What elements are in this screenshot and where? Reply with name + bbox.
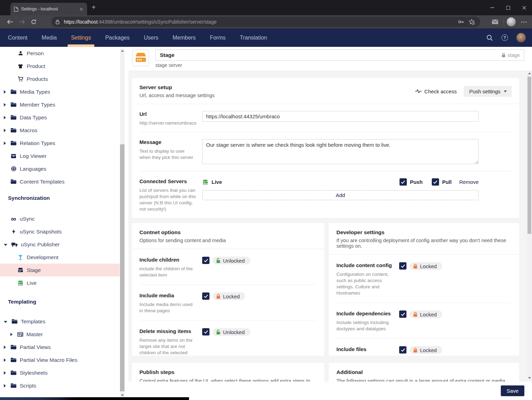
nav-item-users[interactable]: Users (144, 28, 158, 47)
browser-tab[interactable]: Settings - localhost (10, 3, 87, 15)
nav-item-members[interactable]: Members (172, 28, 196, 47)
tree-item-macros[interactable]: Macros (0, 124, 120, 137)
remove-server-link[interactable]: Remove (459, 179, 479, 185)
url-hint: http://server.name/umbraco (139, 120, 197, 126)
tree-item-development[interactable]: Development (0, 251, 120, 264)
mail-icon[interactable] (489, 17, 501, 27)
minimize-icon[interactable] (484, 0, 500, 15)
add-server-button[interactable]: Add (202, 190, 479, 200)
url-input[interactable] (202, 111, 479, 122)
tree-item-data-types[interactable]: Data Types (0, 111, 120, 124)
tree-item-usync-snapshots[interactable]: uSync Snapshots (0, 225, 120, 238)
content-scrollbar-thumb[interactable] (527, 77, 531, 234)
nav-item-packages[interactable]: Packages (105, 28, 129, 47)
tree-item-log-viewer[interactable]: Log Viewer (0, 150, 120, 162)
scroll-down-icon[interactable] (527, 376, 532, 380)
caret-right-icon[interactable] (4, 103, 6, 107)
help-icon[interactable]: ? (501, 34, 508, 41)
include-content-config-row: Include content config Configuration on … (336, 255, 512, 303)
scroll-up-icon[interactable] (527, 71, 532, 75)
caret-down-icon[interactable] (4, 321, 7, 323)
new-tab-button[interactable]: + (90, 4, 97, 11)
caret-right-icon[interactable] (4, 90, 6, 94)
tree-item-stage[interactable]: Stage (0, 264, 120, 276)
tree-item-relation-types[interactable]: Relation Types (0, 137, 120, 150)
tree-item-usync[interactable]: ∞ uSync (0, 212, 120, 225)
forward-icon[interactable] (16, 17, 28, 27)
server-name-input[interactable]: Stage stage (155, 49, 524, 61)
nav-item-settings[interactable]: Settings (71, 28, 91, 47)
scroll-down-icon[interactable] (120, 393, 125, 397)
lock-state-pill[interactable]: Locked (410, 310, 442, 318)
template-icon (17, 332, 23, 337)
tree-item-partial-views[interactable]: Partial Views (0, 341, 120, 354)
lock-state-pill[interactable]: Unlocked (213, 257, 250, 264)
tree-item-languages[interactable]: Languages (0, 162, 120, 175)
lock-icon (413, 264, 418, 269)
tree-item-media-types[interactable]: Media Types (0, 85, 120, 98)
caret-down-icon[interactable] (4, 244, 7, 246)
save-button[interactable]: Save (501, 385, 524, 396)
nav-item-translation[interactable]: Translation (240, 28, 267, 47)
check-access-button[interactable]: Check access (415, 88, 457, 94)
caret-right-icon[interactable] (4, 142, 6, 145)
tree-item-scripts[interactable]: Scripts (0, 379, 120, 392)
address-bar[interactable]: https://localhost:44398/umbraco#/setting… (51, 17, 480, 27)
refresh-icon[interactable] (28, 17, 40, 27)
tree-item-live[interactable]: Live (0, 276, 120, 289)
tree-item-member-types[interactable]: Member Types (0, 98, 120, 111)
back-icon[interactable] (4, 17, 16, 27)
tree-item-stylesheets[interactable]: Stylesheets (0, 366, 120, 379)
url-text: https://localhost:44398/umbraco#/setting… (64, 19, 456, 25)
caret-right-icon[interactable] (10, 333, 12, 336)
include-content-config-checkbox[interactable] (399, 262, 406, 270)
tree-item-master[interactable]: Master (0, 328, 120, 341)
message-textarea[interactable]: Our stage server is where we check thing… (202, 139, 479, 164)
caret-right-icon[interactable] (4, 358, 6, 362)
browser-profile-avatar[interactable] (507, 17, 516, 26)
search-icon[interactable] (486, 34, 493, 41)
tree-item-usync-publisher[interactable]: uSync Publisher (0, 238, 120, 251)
delete-missing-checkbox[interactable] (202, 328, 209, 335)
nav-item-content[interactable]: Content (8, 28, 27, 47)
pull-checkbox[interactable] (432, 178, 439, 186)
https-lock-icon[interactable] (55, 19, 60, 24)
tree-item-templates[interactable]: Templates (0, 315, 120, 328)
include-files-row: Include files Include files Locked (336, 338, 512, 356)
tree-item-products[interactable]: Products (0, 73, 120, 85)
tab-close-icon[interactable] (78, 6, 84, 12)
include-media-checkbox[interactable] (202, 292, 209, 300)
include-dependencies-checkbox[interactable] (399, 310, 406, 318)
nav-item-media[interactable]: Media (42, 28, 57, 47)
scroll-up-icon[interactable] (120, 49, 125, 53)
server-type-icon-box[interactable] (132, 50, 149, 66)
maximize-icon[interactable] (500, 0, 516, 15)
browser-menu-icon[interactable] (518, 22, 529, 23)
password-key-icon[interactable] (456, 17, 466, 26)
lock-state-pill[interactable]: Unlocked (213, 328, 250, 336)
lock-state-pill[interactable]: Locked (213, 292, 245, 300)
push-checkbox[interactable] (400, 178, 407, 186)
connected-server-name: Live (202, 179, 222, 185)
caret-right-icon[interactable] (4, 384, 6, 388)
caret-right-icon[interactable] (4, 116, 6, 119)
folder-icon (10, 115, 17, 120)
include-children-checkbox[interactable] (202, 257, 209, 264)
sidebar-scrollbar-thumb[interactable] (120, 144, 125, 391)
caret-right-icon[interactable] (4, 371, 6, 375)
push-settings-dropdown[interactable]: Push settings (464, 86, 512, 97)
tree-item-partial-view-macro-files[interactable]: Partial View Macro Files (0, 354, 120, 366)
tree-item-person[interactable]: Person (0, 47, 120, 60)
caret-right-icon[interactable] (4, 129, 6, 132)
tree-item-product[interactable]: Product (0, 60, 120, 73)
tree-item-content-templates[interactable]: Content Templates (0, 175, 120, 188)
include-files-checkbox[interactable] (399, 346, 406, 354)
favorites-star-add-icon[interactable] (466, 17, 477, 26)
close-icon[interactable] (516, 0, 532, 15)
lock-state-pill[interactable]: Locked (410, 346, 442, 354)
nav-item-forms[interactable]: Forms (210, 28, 225, 47)
user-avatar[interactable] (516, 33, 526, 42)
additional-card: Additional The following settings can re… (329, 363, 519, 382)
lock-state-pill[interactable]: Locked (410, 262, 442, 270)
caret-right-icon[interactable] (4, 346, 6, 349)
